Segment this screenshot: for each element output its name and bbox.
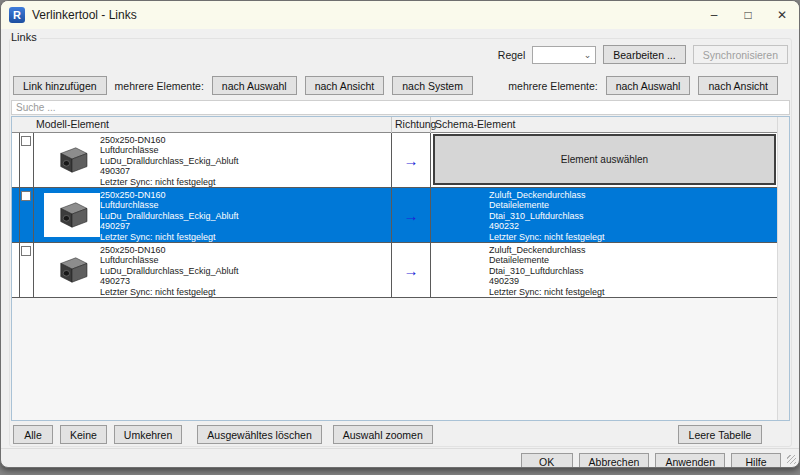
invert-selection-button[interactable]: Umkehren [114, 425, 182, 444]
model-line: LuDu_Dralldurchlass_Eckig_Abluft [100, 211, 239, 221]
diffuser-3d-icon [53, 200, 91, 230]
schema-line: Zuluft_Deckendurchlass [489, 245, 605, 255]
zoom-selection-button[interactable]: Auswahl zoomen [333, 425, 433, 444]
schema-element-info: Zuluft_Deckendurchlass Detailelemente Dt… [489, 245, 605, 297]
title-bar: R Verlinkertool - Links – □ ✕ [1, 1, 799, 29]
chevron-down-icon: ⌄ [584, 50, 592, 60]
dialog-buttons: OK Abbrechen Anwenden Hilfe [521, 453, 781, 468]
schema-line: Dtai_310_Luftdurchlass [489, 211, 605, 221]
window-controls: – □ ✕ [697, 1, 799, 29]
schema-element-cell[interactable]: Zuluft_Deckendurchlass Detailelemente Dt… [431, 243, 778, 297]
model-line: 250x250-DN160 [100, 245, 239, 255]
model-line: Luftdurchlässe [100, 200, 239, 210]
by-view-button-left[interactable]: nach Ansicht [305, 76, 385, 95]
minimize-icon[interactable]: – [697, 1, 731, 29]
by-view-button-right[interactable]: nach Ansicht [698, 76, 778, 95]
model-element-cell[interactable]: 250x250-DN160 Luftdurchlässe LuDu_Dralld… [34, 133, 392, 187]
direction-cell: → [392, 133, 431, 187]
by-selection-button-left[interactable]: nach Auswahl [212, 76, 297, 95]
toolbar-right: mehrere Elemente: nach Auswahl nach Ansi… [508, 76, 778, 95]
rule-bar: Regel ⌄ Bearbeiten ... Synchronisieren [498, 45, 788, 64]
row-header[interactable] [12, 188, 20, 242]
row-checkbox-cell [20, 188, 34, 242]
model-line: 490273 [100, 276, 239, 286]
model-line: Letzter Sync: nicht festgelegt [100, 232, 239, 242]
app-icon-letter: R [13, 9, 21, 21]
model-line: Luftdurchlässe [100, 255, 239, 265]
select-element-button[interactable]: Element auswählen [433, 134, 776, 185]
model-line: 490297 [100, 221, 239, 231]
table-row[interactable]: 250x250-DN160 Luftdurchlässe LuDu_Dralld… [12, 243, 777, 298]
row-checkbox[interactable] [21, 246, 31, 256]
table-header: Modell-Element Richtung Schema-Element [12, 117, 777, 133]
rule-label: Regel [498, 49, 525, 61]
direction-arrow-icon: → [404, 208, 419, 223]
direction-cell: → [392, 188, 431, 242]
schema-line: Detailelemente [489, 255, 605, 265]
row-header[interactable] [12, 243, 20, 297]
vertical-scrollbar[interactable] [777, 117, 789, 420]
row-checkbox[interactable] [21, 191, 31, 201]
schema-line: Letzter Sync: nicht festgelegt [489, 287, 605, 297]
row-checkbox-cell [20, 133, 34, 187]
select-none-button[interactable]: Keine [60, 425, 107, 444]
column-header-schema[interactable]: Schema-Element [431, 117, 777, 133]
apply-button[interactable]: Anwenden [655, 453, 725, 468]
select-all-button[interactable]: Alle [13, 425, 53, 444]
column-header-direction[interactable]: Richtung [392, 117, 431, 133]
direction-cell: → [392, 243, 431, 297]
resize-grip[interactable] [787, 455, 796, 464]
diffuser-3d-icon [53, 255, 91, 285]
direction-arrow-icon: → [404, 263, 419, 278]
schema-line: Zuluft_Deckendurchlass [489, 190, 605, 200]
multi-elements-label-left: mehrere Elemente: [115, 80, 204, 92]
model-element-info: 250x250-DN160 Luftdurchlässe LuDu_Dralld… [100, 190, 239, 242]
schema-element-cell[interactable]: Zuluft_Deckendurchlass Detailelemente Dt… [431, 188, 778, 242]
row-header[interactable] [12, 133, 20, 187]
by-system-button[interactable]: nach System [392, 76, 473, 95]
maximize-icon[interactable]: □ [731, 1, 765, 29]
row-checkbox-cell [20, 243, 34, 297]
add-link-button[interactable]: Link hinzufügen [13, 76, 107, 95]
element-thumbnail [44, 248, 100, 292]
model-element-cell[interactable]: 250x250-DN160 Luftdurchlässe LuDu_Dralld… [34, 188, 392, 242]
search-input[interactable] [11, 100, 790, 115]
diffuser-3d-icon [53, 145, 91, 175]
model-line: Luftdurchlässe [100, 145, 239, 155]
synchronize-button[interactable]: Synchronisieren [693, 45, 788, 64]
help-button[interactable]: Hilfe [731, 453, 781, 468]
schema-line: Detailelemente [489, 200, 605, 210]
by-selection-button-right[interactable]: nach Auswahl [606, 76, 691, 95]
model-line: Letzter Sync: nicht festgelegt [100, 287, 239, 297]
dialog-window: R Verlinkertool - Links – □ ✕ Links Rege… [0, 0, 800, 468]
model-line: Letzter Sync: nicht festgelegt [100, 177, 239, 187]
clear-table-button[interactable]: Leere Tabelle [678, 425, 762, 444]
app-icon: R [9, 7, 25, 23]
row-checkbox[interactable] [21, 136, 31, 146]
group-label-links: Links [11, 31, 40, 43]
column-header-model[interactable]: Modell-Element [12, 117, 392, 133]
delete-selected-button[interactable]: Ausgewähltes löschen [197, 425, 321, 444]
schema-line: 490239 [489, 276, 605, 286]
rule-combobox[interactable]: ⌄ [532, 46, 596, 64]
schema-line: Letzter Sync: nicht festgelegt [489, 232, 605, 242]
links-table: Modell-Element Richtung Schema-Element [11, 116, 790, 421]
model-element-info: 250x250-DN160 Luftdurchlässe LuDu_Dralld… [100, 245, 239, 297]
table-row[interactable]: 250x250-DN160 Luftdurchlässe LuDu_Dralld… [12, 188, 777, 243]
cancel-button[interactable]: Abbrechen [579, 453, 650, 468]
table-row[interactable]: 250x250-DN160 Luftdurchlässe LuDu_Dralld… [12, 133, 777, 188]
model-line: 250x250-DN160 [100, 190, 239, 200]
selection-toolbar: Alle Keine Umkehren Ausgewähltes löschen… [13, 425, 433, 444]
window-title: Verlinkertool - Links [32, 8, 137, 22]
close-icon[interactable]: ✕ [765, 1, 799, 29]
schema-element-info: Zuluft_Deckendurchlass Detailelemente Dt… [489, 190, 605, 242]
model-element-info: 250x250-DN160 Luftdurchlässe LuDu_Dralld… [100, 135, 239, 187]
model-line: 490307 [100, 166, 239, 176]
edit-rule-button[interactable]: Bearbeiten ... [603, 45, 685, 64]
model-line: LuDu_Dralldurchlass_Eckig_Abluft [100, 156, 239, 166]
toolbar-left: Link hinzufügen mehrere Elemente: nach A… [13, 76, 473, 95]
schema-line: 490232 [489, 221, 605, 231]
model-element-cell[interactable]: 250x250-DN160 Luftdurchlässe LuDu_Dralld… [34, 243, 392, 297]
multi-elements-label-right: mehrere Elemente: [508, 80, 597, 92]
ok-button[interactable]: OK [521, 453, 573, 468]
